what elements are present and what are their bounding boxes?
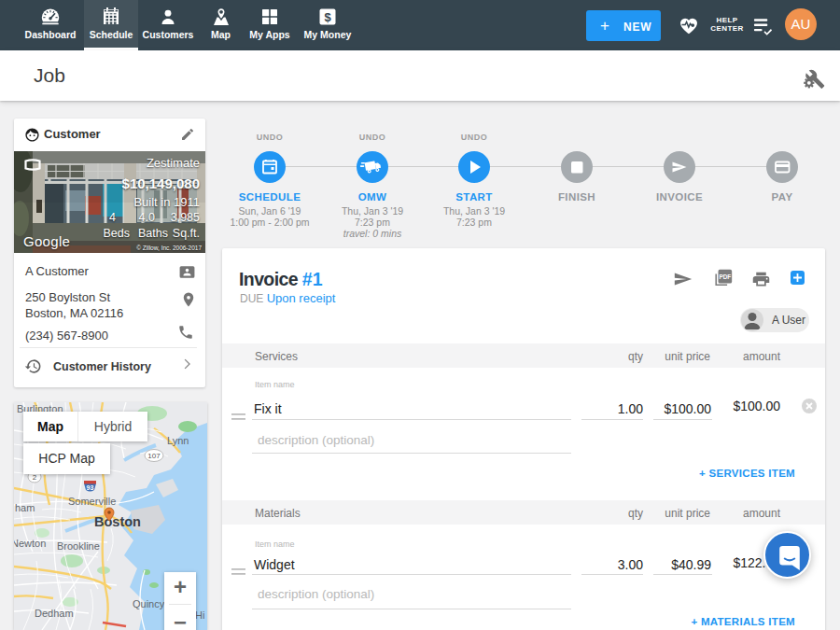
svg-text:Newton: Newton: [14, 538, 46, 549]
svg-text:Lynn: Lynn: [167, 435, 189, 446]
svg-text:ham: ham: [15, 502, 35, 513]
svg-text:Brookline: Brookline: [57, 540, 100, 552]
svg-text:Quincy: Quincy: [133, 598, 165, 609]
svg-text:93: 93: [87, 484, 94, 491]
svg-text:$: $: [324, 10, 331, 24]
svg-text:Boston: Boston: [94, 514, 141, 529]
svg-text:PDF: PDF: [719, 273, 731, 280]
svg-text:Dedham: Dedham: [35, 608, 74, 619]
svg-text:2: 2: [33, 473, 37, 482]
svg-text:107: 107: [147, 452, 161, 460]
svg-text:Hi: Hi: [195, 609, 204, 621]
svg-text:Somerville: Somerville: [68, 496, 116, 507]
